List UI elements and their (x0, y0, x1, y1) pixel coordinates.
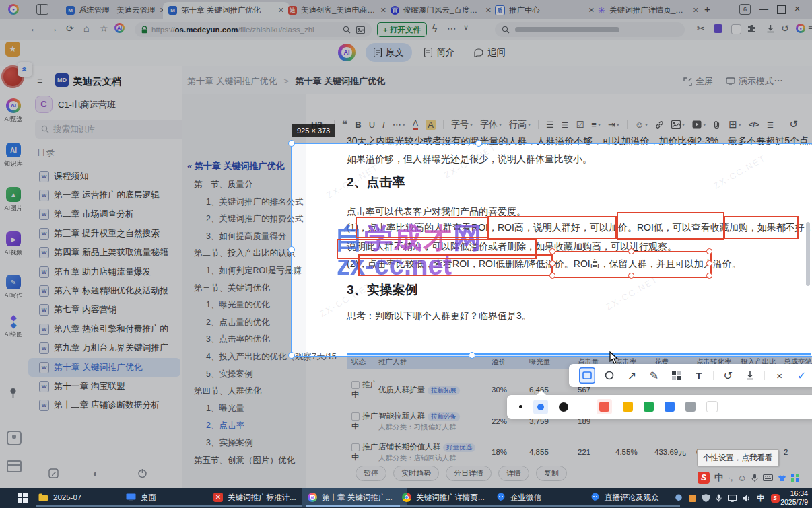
resize-handle[interactable] (549, 248, 555, 254)
color-blue[interactable] (665, 402, 675, 412)
tray-display-icon[interactable] (728, 495, 737, 502)
workspace-name[interactable]: C1-电商运营班 (58, 99, 116, 111)
widget-icon[interactable] (7, 460, 22, 472)
tray-ime-lang[interactable]: 中 (757, 493, 765, 503)
tray-shield-icon[interactable] (702, 494, 710, 502)
cancel-capture-icon[interactable]: × (772, 367, 788, 384)
selection-handle[interactable] (288, 140, 295, 147)
text-tool-icon[interactable]: T (691, 367, 707, 384)
stroke-large-dot[interactable] (559, 402, 568, 412)
outline-item[interactable]: 第三节、关键词优化 (187, 280, 389, 297)
table-icon[interactable]: ⊞▾ (729, 118, 741, 131)
puzzle-extensions-icon[interactable] (747, 24, 756, 33)
ime-skin-icon[interactable] (778, 474, 786, 482)
history-icon[interactable]: ↺ (781, 23, 789, 34)
tab-baidu-search[interactable]: 百 俊曜澳门风云_百度搜索 ✕ (385, 2, 497, 19)
tab-close-icon[interactable]: ✕ (693, 6, 699, 15)
selection-handle[interactable] (288, 352, 295, 359)
forward-icon[interactable]: → (48, 23, 58, 34)
open-file-button[interactable]: + 打开文件 (377, 22, 427, 37)
rail-item-knowledge[interactable]: AI 知识库 (0, 143, 27, 168)
color-red-selected[interactable] (597, 399, 612, 414)
resize-handle[interactable] (628, 248, 634, 254)
bullet-list-icon[interactable]: ☰ (546, 120, 554, 130)
detail-button[interactable]: 详情 (498, 466, 529, 481)
dir-item[interactable]: W课程须知 (28, 167, 180, 186)
grid-extension-icon[interactable] (714, 24, 722, 33)
copy-button[interactable]: 复制 (536, 466, 567, 481)
font-family-select[interactable]: 字体▾ (480, 118, 502, 131)
ai-extension-icon[interactable]: AI (114, 23, 125, 33)
reload-icon[interactable]: ⟳ (66, 23, 74, 34)
outline-title[interactable]: « 第十章 关键词推广优化 (187, 160, 389, 172)
font-color-icon[interactable]: A (413, 120, 419, 130)
lightning-icon[interactable]: ϟ (432, 23, 437, 34)
task-chrome[interactable]: 关键词推广详情页... (396, 488, 501, 507)
font-size-select[interactable]: 字号▾ (451, 118, 473, 131)
bookmarks-icon[interactable]: ☆ (100, 23, 108, 34)
theme-toggle-icon[interactable]: ◐ (93, 468, 99, 479)
dir-item[interactable]: W第三章 提升权重之自然搜索 (28, 224, 180, 243)
dir-item[interactable]: W第一章 运营推广的底层逻辑 (28, 186, 180, 205)
divider-lines-icon[interactable]: ≣ (767, 120, 774, 130)
star-bookmark-icon[interactable]: ★ (5, 42, 20, 57)
tray-orange-icon[interactable] (689, 495, 696, 502)
annotation-rect[interactable] (724, 216, 799, 239)
resize-handle[interactable] (706, 260, 712, 266)
edit-icon[interactable] (48, 468, 59, 478)
ime-mic-icon[interactable] (751, 474, 758, 482)
mosaic-tool-icon[interactable] (669, 367, 685, 384)
rail-item-ai-writing[interactable]: ✎ AI写作 (0, 275, 27, 300)
rail-item-ai-drawing[interactable]: ◆◆ AI绘图 (0, 314, 27, 339)
rail-item-ai-select[interactable]: AI AI甄选 (0, 98, 27, 124)
arrow-tool-icon[interactable]: ↗ (623, 367, 640, 384)
menu-icon[interactable]: ≡ (808, 23, 812, 34)
browser-profile-icon[interactable]: ● (796, 24, 805, 33)
outline-item[interactable]: 1、曝光量的优化 (187, 297, 389, 314)
search-input[interactable]: 搜索知识库 (35, 120, 186, 139)
color-green[interactable] (644, 402, 654, 412)
selection-handle[interactable] (288, 246, 295, 253)
dir-item[interactable]: W第十一章 淘宝联盟 (28, 377, 180, 396)
insert-video-icon[interactable]: ▾ (692, 120, 706, 129)
color-gray[interactable] (685, 402, 696, 412)
outline-item[interactable]: 1、关键词推广的排名公式 (187, 194, 389, 211)
ime-keyboard-icon[interactable] (763, 474, 773, 481)
present-mode-button[interactable]: 演示模式 (726, 75, 774, 87)
checklist-icon[interactable]: ☑ (576, 120, 584, 130)
color-white[interactable] (706, 401, 718, 412)
zoom-icon[interactable] (343, 26, 351, 34)
address-bar[interactable]: https://os.medeyun.com/file/zhishiku/cla… (135, 22, 372, 37)
rect-tool-icon[interactable] (579, 367, 595, 384)
dir-item[interactable]: W第五章 助力店铺流量爆发 (28, 262, 180, 281)
realtime-trend-button[interactable]: 实时趋势 (393, 466, 439, 481)
ellipse-tool-icon[interactable] (601, 367, 617, 384)
tab-meidi-maker[interactable]: 迪 美迪创客_美迪电商_美 ✕ (283, 2, 392, 19)
scissors-icon[interactable]: ✂ (697, 23, 705, 34)
image-search-icon[interactable] (356, 26, 365, 34)
ime-toolbox-icon[interactable] (791, 474, 799, 482)
tab-chapter10[interactable]: M 第十章 关键词推广优化 ✕ (163, 2, 290, 19)
outline-item[interactable]: 3、点击率的优化 (187, 331, 389, 349)
indent-icon[interactable]: ⇥▾ (608, 120, 619, 130)
quote-icon[interactable]: ❝ (342, 118, 348, 131)
tab-original[interactable]: 原文 (366, 43, 412, 62)
tab-system-admin[interactable]: M 系统管理 - 美迪云管理 ✕ (61, 2, 171, 19)
task-keyword-plan[interactable]: ✕ 关键词推广标准计... (207, 488, 312, 507)
close-window-button[interactable]: × (794, 3, 800, 14)
dir-item-selected[interactable]: W第十章 关键词推广优化 (28, 358, 180, 377)
pin-icon[interactable] (8, 388, 18, 398)
task-chapter10-active[interactable]: AI 第十章 关键词推广... (302, 488, 407, 507)
resize-handle[interactable] (706, 273, 712, 279)
code-icon[interactable]: </> (749, 120, 759, 129)
link-icon[interactable] (655, 120, 664, 129)
quick-search-box[interactable] (495, 22, 685, 37)
annotation-rect[interactable] (356, 217, 488, 238)
dir-item[interactable]: W第八章 热浪引擎和付费推广的 (28, 320, 180, 338)
task-desktop[interactable]: 桌面 (120, 488, 218, 507)
dir-item[interactable]: W第九章 万相台无界关键词推广 (28, 339, 180, 358)
annotation-rect[interactable] (358, 254, 552, 276)
outline-item[interactable]: 第一节、质量分 (187, 176, 389, 194)
more-actions-button[interactable]: ··· (774, 75, 783, 85)
emoji-icon[interactable]: ☺▾ (635, 120, 648, 130)
